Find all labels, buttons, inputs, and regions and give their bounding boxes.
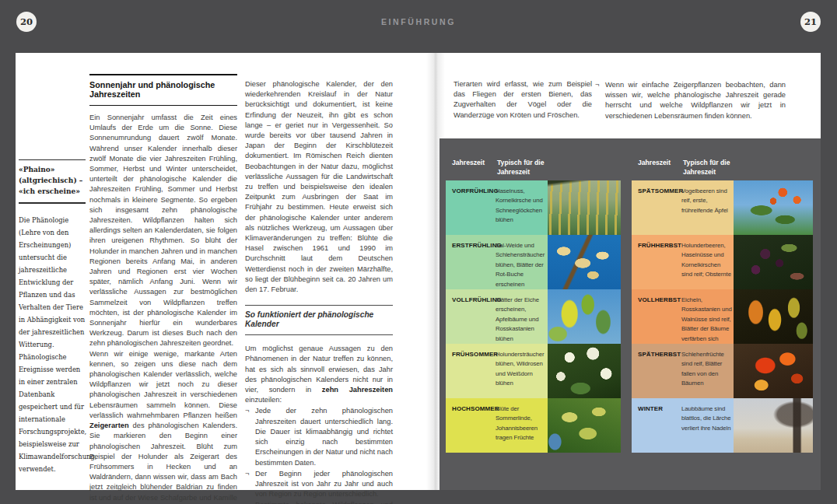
season-cell: HOCHSOMMER Blüte der Sommerlinde, Johann… bbox=[446, 398, 548, 453]
body-paragraph: Ein Sonnenjahr umfasst die Zeit eines Um… bbox=[89, 113, 237, 349]
season-description: Eicheln, Rosskastanien und Walnüsse sind… bbox=[681, 296, 732, 344]
photo-autumn-oak-leaves bbox=[734, 289, 813, 344]
right-page-column-1: Tierarten wird erfasst, wie zum Beispiel… bbox=[454, 79, 592, 121]
table-row: VORFRÜHLING Haselnuss, Kornelkirsche und… bbox=[446, 180, 621, 235]
photo-maple-leaves bbox=[734, 344, 813, 398]
column-header-typical: Typisch für die Jahreszeit bbox=[683, 158, 739, 177]
season-description: Vogelbeeren sind reif, erste, frühreifen… bbox=[681, 187, 732, 235]
bullet-item: ¬Der Beginn jeder phänologischen Jahresz… bbox=[245, 469, 393, 500]
margin-term-line: «ich erscheine» bbox=[19, 186, 86, 197]
season-cell: WINTER Laubbäume sind blattlos, die Lärc… bbox=[632, 398, 734, 453]
season-description: Blüte der Sommerlinde, Johannisbeeren tr… bbox=[496, 404, 546, 453]
season-cell: SPÄTHERBST Schlehenfrüchte sind reif, Bl… bbox=[632, 344, 734, 398]
photo-winter-tree bbox=[734, 398, 813, 453]
photo-elderflower bbox=[548, 344, 621, 398]
table-row: SPÄTSOMMER Vogelbeeren sind reif, erste,… bbox=[632, 180, 813, 235]
season-description: Blätter der Eiche erscheinen, Apfelbäume… bbox=[496, 296, 546, 344]
margin-term-line: «Phaino» bbox=[19, 164, 86, 175]
column-header-season: Jahreszeit bbox=[446, 158, 497, 177]
table-row: WINTER Laubbäume sind blattlos, die Lärc… bbox=[632, 398, 813, 453]
season-description: Schlehenfrüchte sind reif, Blätter falle… bbox=[681, 350, 732, 398]
photo-elderberries bbox=[734, 235, 813, 289]
photo-willow-catkins bbox=[548, 235, 621, 289]
photo-rowan-berries bbox=[734, 180, 813, 235]
table-row: HOCHSOMMER Blüte der Sommerlinde, Johann… bbox=[446, 398, 621, 453]
season-cell: FRÜHSOMMER Holundersträucher blühen, Wil… bbox=[446, 344, 548, 398]
table-header-row: Jahreszeit Typisch für die Jahreszeit bbox=[446, 158, 621, 177]
season-cell: VOLLFRÜHLING Blätter der Eiche erscheine… bbox=[446, 289, 548, 344]
season-cell: VOLLHERBST Eicheln, Rosskastanien und Wa… bbox=[632, 289, 734, 344]
bullet-marker: ¬ bbox=[245, 406, 249, 416]
column-header-season: Jahreszeit bbox=[632, 158, 683, 177]
paragraph-text: einzuteilen: bbox=[245, 396, 282, 404]
paragraph-text: Wenn wir einige wenige, markante Arten k… bbox=[89, 350, 237, 419]
season-label: WINTER bbox=[638, 404, 681, 453]
season-label: SPÄTSOMMER bbox=[638, 187, 681, 235]
season-cell: FRÜHHERBST Holunderbeeren, Haselnüsse un… bbox=[632, 235, 734, 289]
season-tables-panel: Jahreszeit Typisch für die Jahreszeit VO… bbox=[440, 138, 821, 490]
season-label: ERSTFRÜHLING bbox=[452, 241, 496, 289]
season-label: VOLLFRÜHLING bbox=[452, 296, 496, 344]
bullet-text: Jede der zehn phänologischen Jahreszeite… bbox=[255, 407, 393, 466]
season-label: HOCHSOMMER bbox=[452, 404, 496, 453]
season-description: Haselnuss, Kornelkirsche und Schneeglöck… bbox=[496, 187, 546, 235]
season-table-spring-summer: Jahreszeit Typisch für die Jahreszeit VO… bbox=[446, 158, 621, 453]
season-description: Sal-Weide und Schlehensträucher blühen, … bbox=[496, 241, 546, 289]
bullet-text: Der Beginn jeder phänologischen Jahresze… bbox=[255, 470, 393, 498]
left-page-column-1: Sonnenjahr und phänologische Jahreszeite… bbox=[89, 74, 237, 504]
season-label: FRÜHHERBST bbox=[638, 241, 681, 289]
running-header: EINFÜHRUNG bbox=[0, 17, 837, 26]
table-row: FRÜHHERBST Holunderbeeren, Haselnüsse un… bbox=[632, 235, 813, 289]
bullet-marker: ¬ bbox=[245, 469, 249, 479]
season-label: SPÄTHERBST bbox=[638, 350, 681, 398]
table-header-row: Jahreszeit Typisch für die Jahreszeit bbox=[632, 158, 813, 177]
body-paragraph: Wenn wir einige wenige, markante Arten k… bbox=[89, 349, 237, 504]
viewer-background: 20 EINFÜHRUNG 21 «Phaino» (altgriechisch… bbox=[0, 0, 837, 504]
bullet-item: ¬Bestimmte bekannte Wildpflanzen und auc… bbox=[245, 500, 393, 504]
right-page-column-2: ¬Wenn wir einfache Zeigerpflanzen beobac… bbox=[595, 79, 786, 121]
bullet-marker: ¬ bbox=[595, 80, 599, 90]
body-paragraph: Um möglichst genaue Aussagen zu den Phän… bbox=[245, 344, 393, 405]
bullet-item: ¬Wenn wir einfache Zeigerpflanzen beobac… bbox=[595, 80, 786, 121]
season-description: Laubbäume sind blattlos, die Lärche verl… bbox=[681, 404, 732, 453]
bullet-item: ¬Jede der zehn phänologischen Jahreszeit… bbox=[245, 406, 393, 467]
season-cell: VORFRÜHLING Haselnuss, Kornelkirsche und… bbox=[446, 180, 548, 235]
bullet-marker: ¬ bbox=[245, 500, 249, 504]
photo-hazel-catkins bbox=[548, 180, 621, 235]
season-label: FRÜHSOMMER bbox=[452, 350, 496, 398]
bold-term: Zeigerarten bbox=[89, 422, 129, 429]
photo-oak-leaves-spring bbox=[548, 289, 621, 344]
margin-note-term: «Phaino» (altgriechisch) – «ich erschein… bbox=[19, 159, 86, 204]
paragraph-text: des phänologischen Kalenders. Sie markie… bbox=[89, 422, 237, 504]
table-row: VOLLFRÜHLING Blätter der Eiche erscheine… bbox=[446, 289, 621, 344]
section-heading: Sonnenjahr und phänologische Jahreszeite… bbox=[89, 74, 237, 106]
margin-note-body: Die Phänologie (Lehre von den Erscheinun… bbox=[19, 204, 86, 475]
season-label: VORFRÜHLING bbox=[452, 187, 496, 235]
table-row: VOLLHERBST Eicheln, Rosskastanien und Wa… bbox=[632, 289, 813, 344]
season-label: VOLLHERBST bbox=[638, 296, 681, 344]
bullet-text: Wenn wir einfache Zeigerpflanzen beobach… bbox=[605, 81, 786, 120]
photo-linden-blossom bbox=[548, 398, 621, 453]
table-row: SPÄTHERBST Schlehenfrüchte sind reif, Bl… bbox=[632, 344, 813, 398]
season-cell: ERSTFRÜHLING Sal-Weide und Schlehensträu… bbox=[446, 235, 548, 289]
body-paragraph: Tierarten wird erfasst, wie zum Beispiel… bbox=[454, 79, 592, 121]
bullet-text: Bestimmte bekannte Wildpflanzen und auch… bbox=[255, 501, 393, 504]
season-description: Holunderbeeren, Haselnüsse und Kornelkir… bbox=[681, 241, 732, 289]
table-row: ERSTFRÜHLING Sal-Weide und Schlehensträu… bbox=[446, 235, 621, 289]
margin-note: «Phaino» (altgriechisch) – «ich erschein… bbox=[19, 159, 86, 475]
margin-term-line: (altgriechisch) – bbox=[19, 175, 86, 186]
table-row: FRÜHSOMMER Holundersträucher blühen, Wil… bbox=[446, 344, 621, 398]
bold-term: zehn Jahreszeiten bbox=[322, 386, 393, 394]
book-spread: «Phaino» (altgriechisch) – «ich erschein… bbox=[16, 53, 821, 490]
season-table-autumn-winter: Jahreszeit Typisch für die Jahreszeit SP… bbox=[632, 158, 813, 453]
left-page-column-2: Dieser phänologische Kalender, der den w… bbox=[245, 79, 393, 504]
sub-section-heading: So funktioniert der phänologische Kalend… bbox=[245, 305, 393, 335]
season-cell: SPÄTSOMMER Vogelbeeren sind reif, erste,… bbox=[632, 180, 734, 235]
page-number-right: 21 bbox=[800, 12, 821, 32]
column-header-typical: Typisch für die Jahreszeit bbox=[497, 158, 553, 177]
body-paragraph: Dieser phänologische Kalender, der den w… bbox=[245, 79, 393, 295]
season-description: Holundersträucher blühen, Wildrosen und … bbox=[496, 350, 546, 398]
